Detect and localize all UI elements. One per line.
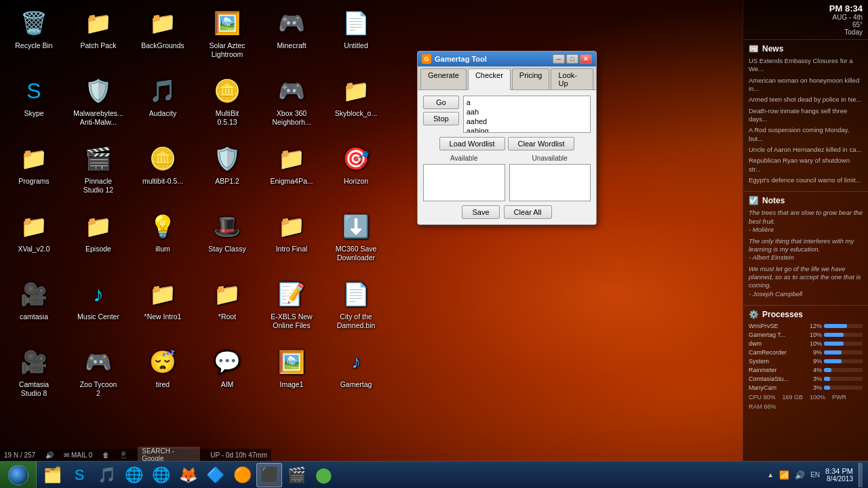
desktop-icon-exbls[interactable]: 📝 E-XBLS NewOnline Files: [261, 274, 322, 342]
avail-unavail: Available Unavailable: [423, 155, 591, 201]
taskbar-xbox[interactable]: ⬤: [311, 463, 336, 487]
close-button[interactable]: ✕: [580, 54, 592, 64]
tray-arrow[interactable]: ▲: [767, 471, 774, 479]
skype-icon: S: [18, 75, 50, 107]
process-pct-3: 10%: [805, 340, 822, 347]
start-button[interactable]: [0, 462, 37, 489]
uptime-display: UP - 0d 10h 47mm: [210, 451, 267, 459]
desktop-icon-multibit[interactable]: 🪙 MultiBit0.5.13: [197, 71, 258, 139]
desktop-icon-multibit2[interactable]: 🪙 multibit-0.5...: [132, 139, 193, 207]
taskbar-app2[interactable]: ⬛: [256, 463, 282, 487]
unavailable-box[interactable]: [509, 164, 591, 201]
taskbar-vs[interactable]: 🔷: [202, 463, 228, 487]
tab-generate[interactable]: Generate: [420, 68, 467, 89]
process-row-1: WmiPrvSE 12%: [749, 323, 863, 329]
taskbar-clock[interactable]: 8:34 PM 8/4/2013: [825, 467, 853, 483]
desktop-icon-city-damned[interactable]: 📄 City of theDamned.bin: [326, 274, 387, 342]
desktop-icon-musiccenter[interactable]: ♪ Music Center: [68, 274, 129, 342]
desktop-icon-stayclassy[interactable]: 🎩 Stay Classy: [197, 207, 258, 274]
tray-network[interactable]: 📶: [779, 470, 789, 480]
desktop-icon-solar-aztec[interactable]: 🖼️ Solar Aztec Lightroom: [197, 3, 258, 71]
desktop-icon-skype[interactable]: S Skype: [3, 71, 64, 139]
tab-lookup[interactable]: Look-Up: [551, 68, 593, 89]
taskbar-media[interactable]: 🎵: [94, 463, 119, 487]
taskbar-chrome[interactable]: 🌐: [148, 463, 174, 487]
desktop-icon-gamertag[interactable]: ♪ Gamertag: [326, 342, 387, 410]
desktop-icon-zootycoon[interactable]: 🎮 Zoo Tycoon2: [68, 342, 129, 410]
processes-header: ⚙️ Processes: [749, 310, 863, 319]
trash-icon[interactable]: 🗑: [102, 451, 109, 459]
illum-icon: 💡: [146, 210, 179, 243]
load-wordlist-button[interactable]: Load Wordlist: [439, 137, 505, 150]
solar-aztec-icon: 🖼️: [211, 7, 243, 39]
musiccenter-icon: ♪: [82, 278, 115, 310]
icons-area: 🗑️ Recycle Bin 📁 Patch Pack 📁 BackGround…: [0, 0, 739, 461]
desktop-icon-programs[interactable]: 📁 Programs: [3, 139, 64, 207]
mail-icon[interactable]: ✉ MAIL 0: [64, 451, 92, 459]
desktop-icon-tired[interactable]: 😴 tired: [132, 342, 193, 410]
tab-checker[interactable]: Checker: [468, 68, 511, 90]
desktop-icon-horizon[interactable]: 🎯 Horizon: [326, 139, 387, 207]
desktop-icon-newintro[interactable]: 📁 *New Intro1: [132, 274, 193, 342]
process-pct-5: 9%: [805, 358, 822, 365]
desktop: 🗑️ Recycle Bin 📁 Patch Pack 📁 BackGround…: [0, 0, 868, 488]
taskbar-app3[interactable]: 🎬: [283, 463, 309, 487]
clock-temp: 65°: [749, 21, 863, 28]
desktop-icon-xbox360[interactable]: 🎮 Xbox 360Neighborh...: [261, 71, 322, 139]
desktop-icon-illum[interactable]: 💡 illum: [132, 207, 193, 274]
desktop-icon-camtasia2[interactable]: 🎥 CamtasiaStudio 8: [3, 342, 64, 410]
desktop-icon-malwarebytes[interactable]: 🛡️ Malwarebytes...Anti-Malw...: [68, 71, 129, 139]
window-app-icon: G: [422, 54, 431, 64]
word-1: a: [465, 98, 589, 107]
desktop-icon-abp[interactable]: 🛡️ ABP1.2: [197, 139, 258, 207]
phone-icon[interactable]: 📱: [119, 451, 127, 459]
desktop-icon-introfinal[interactable]: 📁 Intro Final: [261, 207, 322, 274]
tab-pricing[interactable]: Pricing: [512, 68, 550, 89]
volume-icon[interactable]: 🔊: [45, 451, 54, 459]
desktop-icon-root[interactable]: 📁 *Root: [197, 274, 258, 342]
tray-volume[interactable]: 🔊: [795, 470, 805, 480]
desktop-icon-audacity[interactable]: 🎵 Audacity: [132, 71, 193, 139]
tray-show-desktop[interactable]: [859, 463, 863, 487]
wordlist-box[interactable]: a aah aahed aahing: [463, 96, 591, 133]
stop-button[interactable]: Stop: [423, 112, 459, 125]
taskbar-app1[interactable]: 🟠: [229, 463, 255, 487]
enigma-label: Enigma4Pa...: [270, 177, 313, 186]
cpu-label: CPU 90%: [749, 394, 776, 401]
tray-language[interactable]: EN: [810, 471, 820, 479]
desktop-icon-mc360save[interactable]: ⬇️ MC360 SaveDownloader: [326, 207, 387, 274]
desktop-icon-pinnacle[interactable]: 🎬 PinnacleStudio 12: [68, 139, 129, 207]
start-orb: [8, 465, 28, 485]
clear-all-button[interactable]: Clear All: [504, 205, 552, 219]
desktop-icon-untitled[interactable]: 📄 Untitled: [326, 3, 387, 71]
taskbar-skype[interactable]: S: [66, 463, 92, 487]
minimize-button[interactable]: ─: [553, 54, 565, 64]
untitled-icon: 📄: [340, 7, 372, 39]
save-button[interactable]: Save: [462, 205, 499, 219]
horizon-label: Horizon: [344, 177, 368, 186]
available-box[interactable]: [423, 164, 505, 201]
desktop-icon-enigma[interactable]: 📁 Enigma4Pa...: [261, 139, 322, 207]
illum-label: illum: [155, 245, 170, 253]
taskbar-explorer[interactable]: 🗂️: [39, 463, 65, 487]
go-button[interactable]: Go: [423, 96, 459, 109]
process-name-8: ManyCam: [749, 384, 803, 391]
clear-wordlist-button[interactable]: Clear Wordlist: [508, 137, 575, 150]
desktop-icon-camtasia[interactable]: 🎥 camtasia: [3, 274, 64, 342]
desktop-icon-patch-pack[interactable]: 📁 Patch Pack: [68, 3, 129, 71]
desktop-icon-backgrounds[interactable]: 📁 BackGrounds: [132, 3, 193, 71]
desktop-icon-minecraft[interactable]: 🎮 Minecraft: [261, 3, 322, 71]
maximize-button[interactable]: □: [566, 54, 578, 64]
taskbar-firefox[interactable]: 🦊: [175, 463, 201, 487]
ram-label: 169 GB: [783, 394, 804, 401]
desktop-icon-skyblock[interactable]: 📁 Skyblock_o...: [326, 71, 387, 139]
pinnacle-icon: 🎬: [82, 142, 115, 175]
exbls-icon: 📝: [275, 278, 308, 310]
desktop-icon-recycle-bin[interactable]: 🗑️ Recycle Bin: [3, 3, 64, 71]
taskbar-ie[interactable]: 🌐: [121, 463, 146, 487]
desktop-icon-xval[interactable]: 📁 XVal_v2.0: [3, 207, 64, 274]
process-bar-fill-5: [824, 359, 842, 363]
desktop-icon-image1[interactable]: 🖼️ Image1: [261, 342, 322, 410]
desktop-icon-aim[interactable]: 💬 AIM: [197, 342, 258, 410]
desktop-icon-episode[interactable]: 📁 Episode: [68, 207, 129, 274]
